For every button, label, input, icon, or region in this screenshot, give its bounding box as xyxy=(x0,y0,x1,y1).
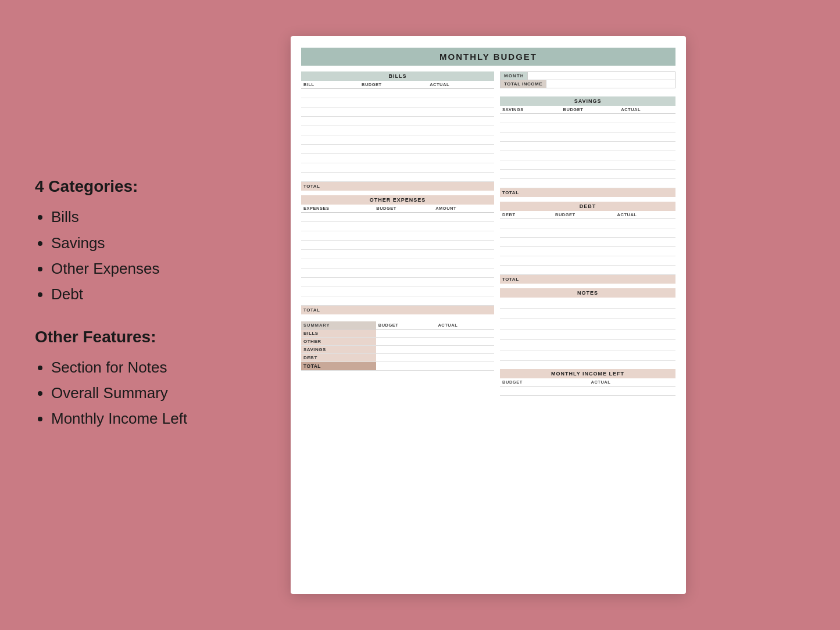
summary-other: OTHER xyxy=(301,338,376,346)
debt-header: DEBT xyxy=(500,202,675,211)
feature-summary: Overall Summary xyxy=(51,380,238,406)
notes-table: NOTES xyxy=(500,288,675,361)
month-value xyxy=(528,71,675,80)
categories-title: 4 Categories: xyxy=(35,177,238,196)
left-column: BILLS BILL BUDGET ACTUAL xyxy=(301,71,494,585)
debt-col-actual: ACTUAL xyxy=(615,211,675,219)
monthly-income-left-table: MONTHLY INCOME LEFT BUDGET ACTUAL xyxy=(500,369,675,396)
left-panel: 4 Categories: Bills Savings Other Expens… xyxy=(0,154,273,475)
category-debt: Debt xyxy=(51,281,238,307)
debt-col-budget: BUDGET xyxy=(553,211,615,219)
bills-col-budget: BUDGET xyxy=(359,81,427,89)
summary-col-actual: ACTUAL xyxy=(435,321,494,330)
bills-table: BILLS BILL BUDGET ACTUAL xyxy=(301,71,494,191)
other-col-budget: BUDGET xyxy=(374,205,433,213)
total-income-label: TOTAL INCOME xyxy=(500,80,546,88)
savings-col-budget: BUDGET xyxy=(561,106,619,114)
bills-col-actual: ACTUAL xyxy=(427,81,494,89)
summary-col-label: SUMMARY xyxy=(301,321,376,330)
income-left-col-actual: ACTUAL xyxy=(589,378,675,386)
summary-table: SUMMARY BUDGET ACTUAL BILLS OTHER xyxy=(301,321,494,371)
feature-income-left: Monthly Income Left xyxy=(51,406,238,431)
budget-document: MONTHLY BUDGET BILLS BILL BUDGET ACTUAL xyxy=(291,36,686,594)
category-other-expenses: Other Expenses xyxy=(51,256,238,281)
income-left-col-budget: BUDGET xyxy=(500,378,588,386)
features-list: Section for Notes Overall Summary Monthl… xyxy=(35,355,238,432)
savings-col-savings: SAVINGS xyxy=(500,106,560,114)
debt-table: DEBT DEBT BUDGET ACTUAL TOTAL xyxy=(500,202,675,284)
bills-header: BILLS xyxy=(301,71,494,81)
month-row: MONTH xyxy=(500,71,675,80)
features-title: Other Features: xyxy=(35,328,238,346)
summary-savings: SAVINGS xyxy=(301,346,376,354)
notes-header: NOTES xyxy=(500,288,675,298)
debt-col-debt: DEBT xyxy=(500,211,553,219)
debt-total-label: TOTAL xyxy=(500,275,553,284)
bills-total-label: TOTAL xyxy=(301,182,359,191)
month-income-section: MONTH TOTAL INCOME xyxy=(500,71,675,88)
savings-header: SAVINGS xyxy=(500,96,675,106)
monthly-income-left-header: MONTHLY INCOME LEFT xyxy=(500,369,675,378)
doc-title: MONTHLY BUDGET xyxy=(301,48,675,66)
savings-total-label: TOTAL xyxy=(500,188,560,198)
savings-table: SAVINGS SAVINGS BUDGET ACTUAL xyxy=(500,96,675,197)
month-label: MONTH xyxy=(500,71,528,80)
summary-total: TOTAL xyxy=(301,362,376,371)
feature-notes: Section for Notes xyxy=(51,355,238,380)
other-col-amount: AMOUNT xyxy=(433,205,494,213)
total-income-row: TOTAL INCOME xyxy=(500,80,675,88)
category-savings: Savings xyxy=(51,230,238,256)
other-expenses-table: OTHER EXPENSES EXPENSES BUDGET AMOUNT xyxy=(301,195,494,314)
summary-debt: DEBT xyxy=(301,354,376,362)
other-col-expenses: EXPENSES xyxy=(301,205,374,213)
bills-col-bill: BILL xyxy=(301,81,359,89)
categories-list: Bills Savings Other Expenses Debt xyxy=(35,204,238,307)
summary-bills: BILLS xyxy=(301,330,376,338)
other-total-label: TOTAL xyxy=(301,306,374,315)
savings-col-actual: ACTUAL xyxy=(619,106,675,114)
total-income-value xyxy=(546,80,675,88)
category-bills: Bills xyxy=(51,204,238,230)
other-expenses-header: OTHER EXPENSES xyxy=(301,195,494,205)
doc-body: BILLS BILL BUDGET ACTUAL xyxy=(301,71,675,585)
summary-col-budget: BUDGET xyxy=(376,321,436,330)
right-column: MONTH TOTAL INCOME SAVINGS SAVINGS BUDGE… xyxy=(500,71,675,585)
